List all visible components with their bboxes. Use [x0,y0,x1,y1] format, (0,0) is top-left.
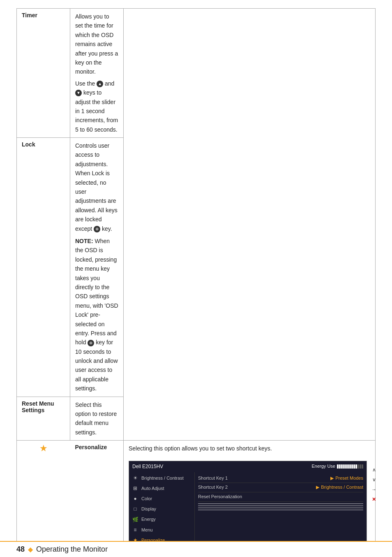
lock-note: NOTE: When the OSD is locked, pressing t… [75,237,118,393]
timer-text-2: Use the ▲ and ▼ keys to adjust the slide… [75,79,118,134]
timer-text-1: Allows you to set the time for which the… [75,12,118,77]
up-key-icon: ▲ [97,81,103,87]
menu-item-color[interactable]: ● Color [129,494,194,504]
star-icon: ★ [39,443,48,453]
osd-e2015hv-energy: Energy Use [312,463,363,470]
color-icon: ● [131,495,139,503]
reset-personalization-label: Reset Personalization [198,493,242,501]
bar-seg [347,464,349,469]
menu-menu-label: Menu [141,527,153,534]
main-content-table: Timer Allows you to set the time for whi… [16,8,376,557]
footer-diamond: ◆ [28,545,33,553]
energy-icon: 🌿 [131,516,139,524]
reset-content: Select this option to restore default me… [70,397,124,441]
table-row-reset: Reset MenuSettings Select this option to… [17,397,376,441]
footer-page-number: 48 [16,545,25,554]
arrow-right-icon: ▶ [330,475,334,482]
lock-content: Controls user access to adjustments. Whe… [70,138,124,397]
menu-item-energy[interactable]: 🌿 Energy [129,515,194,525]
menu-icon: ≡ [131,526,139,534]
nav-down-button[interactable]: ∨ [369,476,378,485]
timer-content: Allows you to set the time for which the… [70,9,124,138]
bar-seg [341,464,343,469]
shortcut1-label: Shortcut Key 1 [198,475,228,482]
nav-right-button[interactable]: → [369,485,378,494]
lock-label: Lock [17,138,70,397]
star-icon-cell: ★ [17,441,70,557]
menu-autoadjust-label: Auto Adjust [141,485,164,492]
separator-3 [198,508,363,508]
menu-item-autoadjust[interactable]: ⊞ Auto Adjust [129,483,194,494]
nav-close-button[interactable]: ✕ [369,495,378,504]
menu-display-label: Display [141,506,156,513]
shortcut2-value-text: Brightness / Contrast [321,484,363,491]
personalize-label: Personalize [70,441,124,557]
lock-key-icon: ⊕ [94,226,100,232]
bar-seg-dim [360,464,361,469]
footer-bar: 48 ◆ Operating the Monitor [0,541,392,557]
shortcut2-label: Shortcut Key 2 [198,484,228,491]
bar-seg [351,464,353,469]
table-row-personalize: ★ Personalize Selecting this option allo… [17,441,376,557]
menu-energy-label: Energy [141,516,156,523]
separator-4 [198,510,363,510]
personalize-text: Selecting this option allows you to set … [129,444,370,453]
separator-1 [198,504,363,504]
osd-shortcut1-row: Shortcut Key 1 ▶ Preset Modes [198,474,363,483]
menu-item-display[interactable]: □ Display [129,504,194,514]
shortcut1-value: ▶ Preset Modes [330,475,363,482]
bar-seg [345,464,347,469]
osd-e2015hv-header: Dell E2015HV Energy Use [129,461,367,472]
brightness-icon: ☀ [131,474,139,482]
display-icon: □ [131,505,139,513]
bar-seg [353,464,355,469]
page-wrapper: Timer Allows you to set the time for whi… [0,0,392,557]
osd-reset-personalization-row: Reset Personalization [198,492,363,502]
energy-bars-1 [337,464,363,469]
autoadjust-icon: ⊞ [131,485,139,492]
bar-seg-dim [362,464,363,469]
table-row-lock: Lock Controls user access to adjustments… [17,138,376,397]
arrow-right-icon-2: ▶ [316,484,319,491]
shortcut1-value-text: Preset Modes [335,475,363,482]
bar-seg [355,464,357,469]
lock-key-icon-2: ⊕ [88,340,94,346]
shortcut2-value: ▶ Brightness / Contrast [316,484,363,491]
bar-seg [343,464,345,469]
menu-color-label: Color [141,495,152,503]
bar-seg [337,464,339,469]
osd-shortcut2-row: Shortcut Key 2 ▶ Brightness / Contrast [198,483,363,492]
timer-label: Timer [17,9,70,138]
footer-title: Operating the Monitor [36,545,108,554]
osd-e2015hv-nav-buttons: ∧ ∨ → ✕ [369,466,378,504]
osd-e2015hv-model: Dell E2015HV [132,463,163,471]
menu-item-brightness[interactable]: ☀ Brightness / Contrast [129,473,194,483]
bar-seg [339,464,341,469]
reset-label: Reset MenuSettings [17,397,70,441]
bar-seg [349,464,351,469]
table-row-timer: Timer Allows you to set the time for whi… [17,9,376,138]
reset-text: Select this option to restore default me… [75,400,118,437]
menu-item-menu[interactable]: ≡ Menu [129,525,194,535]
separator-2 [198,506,363,506]
energy-label-1: Energy Use [312,463,335,470]
nav-up-button[interactable]: ∧ [369,466,378,475]
bar-seg-dim [357,464,359,469]
personalize-content: Selecting this option allows you to set … [124,441,376,557]
menu-brightness-label: Brightness / Contrast [141,475,184,482]
down-key-icon: ▼ [75,90,82,96]
lock-text-1: Controls user access to adjustments. Whe… [75,141,118,233]
